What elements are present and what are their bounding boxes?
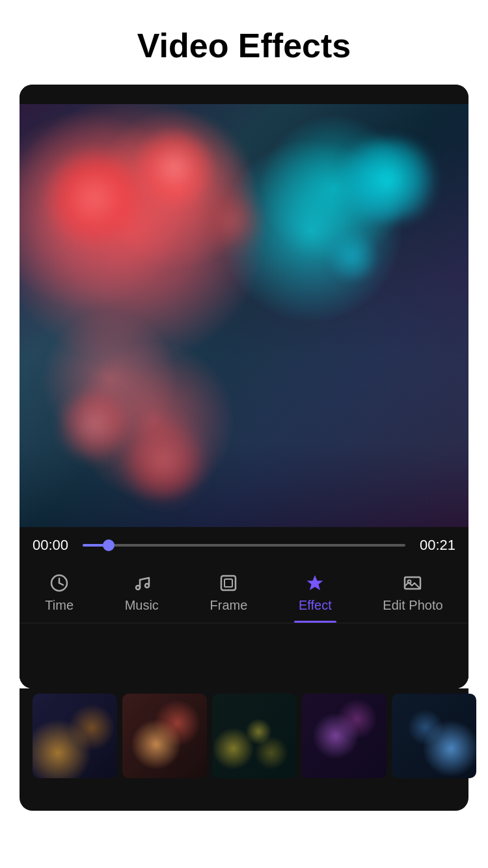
video-image: [20, 104, 468, 527]
time-current: 00:00: [33, 537, 75, 554]
person-overlay: [20, 104, 468, 527]
effects-thumbnails-row: [20, 688, 468, 791]
page-title: Video Effects: [0, 0, 488, 85]
time-icon: [49, 573, 69, 593]
svg-point-3: [136, 586, 140, 590]
svg-marker-7: [307, 575, 323, 590]
tab-effect[interactable]: Effect: [289, 567, 342, 623]
tab-edit-photo[interactable]: Edit Photo: [373, 567, 452, 623]
tab-music[interactable]: Music: [115, 567, 169, 623]
progress-track[interactable]: [83, 544, 405, 547]
effect-thumbnail-5[interactable]: [392, 694, 476, 778]
tab-frame[interactable]: Frame: [200, 567, 258, 623]
timeline-bar: 00:00 00:21: [20, 537, 468, 554]
tab-effect-label: Effect: [299, 598, 332, 613]
tab-music-label: Music: [125, 598, 159, 613]
effect-thumbnail-4[interactable]: [302, 694, 386, 778]
svg-point-9: [408, 580, 411, 584]
effect-icon: [305, 573, 325, 593]
effect-thumbnail-1[interactable]: [33, 694, 117, 778]
svg-line-2: [59, 583, 63, 585]
frame-icon: [219, 573, 238, 593]
effect-thumbnail-3[interactable]: [212, 694, 297, 778]
tab-edit-photo-label: Edit Photo: [383, 598, 442, 613]
svg-rect-6: [224, 579, 232, 587]
controls-area: 00:00 00:21 Time: [20, 527, 468, 688]
nav-tabs: Time Music Frame: [20, 563, 468, 623]
edit-photo-icon: [403, 573, 422, 593]
music-icon: [132, 573, 152, 593]
video-card: 00:00 00:21 Time: [20, 85, 468, 688]
effect-thumbnail-2[interactable]: [122, 694, 207, 778]
tab-frame-label: Frame: [210, 598, 248, 613]
progress-thumb[interactable]: [103, 539, 115, 551]
svg-rect-5: [221, 576, 236, 590]
effects-panel: [20, 623, 468, 688]
svg-point-4: [145, 584, 149, 588]
time-total: 00:21: [413, 537, 455, 554]
tab-time[interactable]: Time: [35, 567, 83, 623]
video-preview[interactable]: [20, 104, 468, 527]
video-top-bar: [20, 85, 468, 104]
tab-time-label: Time: [45, 598, 74, 613]
tab-effect-underline: [294, 621, 336, 623]
